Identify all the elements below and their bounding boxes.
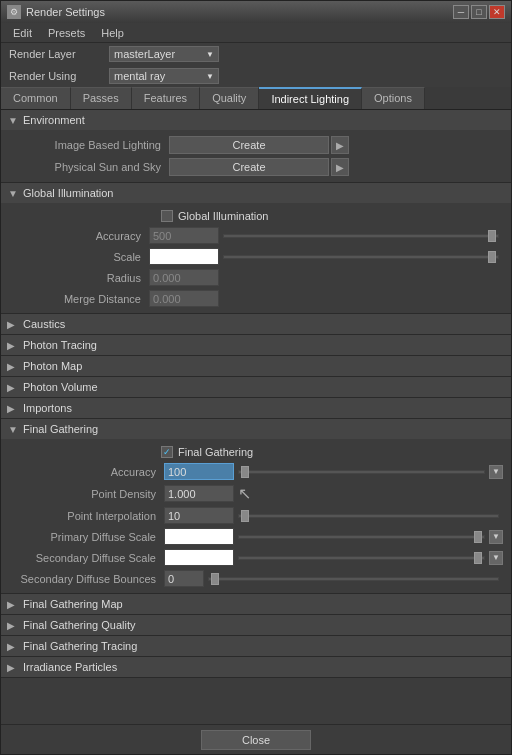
gi-radius-label: Radius (9, 272, 149, 284)
photon-map-label: Photon Map (23, 360, 82, 372)
fg-primary-diffuse-scale-slider[interactable] (238, 535, 485, 539)
gi-scale-slider[interactable] (223, 255, 499, 259)
slider-thumb[interactable] (211, 573, 219, 585)
environment-content: Image Based Lighting Create ▶ Physical S… (1, 130, 511, 182)
slider-thumb[interactable] (474, 552, 482, 564)
window-title: Render Settings (26, 6, 453, 18)
title-bar-buttons: ─ □ ✕ (453, 5, 505, 19)
gi-checkbox[interactable] (161, 210, 173, 222)
slider-thumb[interactable] (241, 510, 249, 522)
final-gathering-quality-label: Final Gathering Quality (23, 619, 136, 631)
scroll-area[interactable]: ▼ Environment Image Based Lighting Creat… (1, 110, 511, 724)
chevron-down-icon: ▼ (7, 187, 19, 199)
render-using-label: Render Using (9, 70, 109, 82)
fg-pds-end-icon[interactable]: ▼ (489, 530, 503, 544)
ibl-control: Create ▶ (169, 136, 503, 154)
fg-accuracy-label: Accuracy (9, 466, 164, 478)
fg-point-density-row: Point Density ↖ (1, 482, 511, 505)
final-gathering-map-section[interactable]: ▶ Final Gathering Map (1, 594, 511, 615)
gi-radius-input[interactable] (149, 269, 219, 286)
gi-merge-distance-control (149, 290, 503, 307)
chevron-right-icon: ▶ (7, 599, 19, 610)
tab-common[interactable]: Common (1, 87, 71, 109)
fg-accuracy-end-icon[interactable]: ▼ (489, 465, 503, 479)
pss-control: Create ▶ (169, 158, 503, 176)
fg-primary-diffuse-scale-label: Primary Diffuse Scale (9, 531, 164, 543)
fg-accuracy-slider[interactable] (238, 470, 485, 474)
tab-quality[interactable]: Quality (200, 87, 259, 109)
fg-secondary-diffuse-scale-input[interactable] (164, 549, 234, 566)
gi-checkbox-row: Global Illumination (1, 207, 511, 225)
fg-sds-end-icon[interactable]: ▼ (489, 551, 503, 565)
tab-indirect-lighting[interactable]: Indirect Lighting (259, 87, 362, 109)
tab-options[interactable]: Options (362, 87, 425, 109)
fg-secondary-diffuse-bounces-input[interactable] (164, 570, 204, 587)
fg-secondary-diffuse-scale-control: ▼ (164, 549, 503, 566)
slider-thumb[interactable] (474, 531, 482, 543)
tab-features[interactable]: Features (132, 87, 200, 109)
gi-accuracy-input[interactable] (149, 227, 219, 244)
gi-scale-input[interactable] (149, 248, 219, 265)
fg-secondary-diffuse-scale-slider[interactable] (238, 556, 485, 560)
render-layer-row: Render Layer masterLayer ▼ (1, 43, 511, 65)
title-bar: ⚙ Render Settings ─ □ ✕ (1, 1, 511, 23)
gi-radius-control (149, 269, 503, 286)
maximize-button[interactable]: □ (471, 5, 487, 19)
chevron-down-icon: ▼ (7, 114, 19, 126)
fg-secondary-diffuse-bounces-row: Secondary Diffuse Bounces (1, 568, 511, 589)
gi-content: Global Illumination Accuracy Scale (1, 203, 511, 313)
ibl-folder-icon[interactable]: ▶ (331, 136, 349, 154)
final-gathering-tracing-section[interactable]: ▶ Final Gathering Tracing (1, 636, 511, 657)
photon-volume-section[interactable]: ▶ Photon Volume (1, 377, 511, 398)
slider-thumb[interactable] (488, 230, 496, 242)
fg-label: Final Gathering (23, 423, 98, 435)
ibl-label: Image Based Lighting (9, 139, 169, 151)
caustics-label: Caustics (23, 318, 65, 330)
gi-header[interactable]: ▼ Global Illumination (1, 183, 511, 203)
render-layer-dropdown[interactable]: masterLayer ▼ (109, 46, 219, 62)
irradiance-particles-section[interactable]: ▶ Irradiance Particles (1, 657, 511, 678)
render-layer-label: Render Layer (9, 48, 109, 60)
fg-primary-diffuse-scale-input[interactable] (164, 528, 234, 545)
menu-help[interactable]: Help (93, 25, 132, 41)
fg-secondary-diffuse-bounces-label: Secondary Diffuse Bounces (9, 573, 164, 585)
menu-presets[interactable]: Presets (40, 25, 93, 41)
ibl-create-button[interactable]: Create (169, 136, 329, 154)
close-button[interactable]: Close (201, 730, 311, 750)
fg-checkbox[interactable]: ✓ (161, 446, 173, 458)
fg-point-density-input[interactable] (164, 485, 234, 502)
tab-passes[interactable]: Passes (71, 87, 132, 109)
pss-folder-icon[interactable]: ▶ (331, 158, 349, 176)
chevron-down-icon: ▼ (206, 50, 214, 59)
fg-point-interpolation-slider[interactable] (238, 514, 499, 518)
fg-accuracy-row: Accuracy ▼ (1, 461, 511, 482)
pss-label: Physical Sun and Sky (9, 161, 169, 173)
slider-thumb[interactable] (488, 251, 496, 263)
fg-secondary-diffuse-scale-label: Secondary Diffuse Scale (9, 552, 164, 564)
gi-merge-distance-input[interactable] (149, 290, 219, 307)
photon-tracing-section[interactable]: ▶ Photon Tracing (1, 335, 511, 356)
gi-scale-label: Scale (9, 251, 149, 263)
fg-accuracy-input[interactable] (164, 463, 234, 480)
fg-point-interpolation-label: Point Interpolation (9, 510, 164, 522)
fg-point-interpolation-input[interactable] (164, 507, 234, 524)
cursor-icon: ↖ (238, 484, 251, 503)
slider-thumb[interactable] (241, 466, 249, 478)
chevron-down-icon: ▼ (206, 72, 214, 81)
pss-create-button[interactable]: Create (169, 158, 329, 176)
fg-header[interactable]: ▼ Final Gathering (1, 419, 511, 439)
close-window-button[interactable]: ✕ (489, 5, 505, 19)
importons-section[interactable]: ▶ Importons (1, 398, 511, 419)
fg-primary-diffuse-scale-row: Primary Diffuse Scale ▼ (1, 526, 511, 547)
fg-checkbox-label: Final Gathering (178, 446, 253, 458)
final-gathering-quality-section[interactable]: ▶ Final Gathering Quality (1, 615, 511, 636)
gi-accuracy-slider[interactable] (223, 234, 499, 238)
render-using-dropdown[interactable]: mental ray ▼ (109, 68, 219, 84)
minimize-button[interactable]: ─ (453, 5, 469, 19)
environment-header[interactable]: ▼ Environment (1, 110, 511, 130)
gi-merge-distance-row: Merge Distance (1, 288, 511, 309)
photon-map-section[interactable]: ▶ Photon Map (1, 356, 511, 377)
menu-edit[interactable]: Edit (5, 25, 40, 41)
fg-secondary-diffuse-bounces-slider[interactable] (208, 577, 499, 581)
caustics-section[interactable]: ▶ Caustics (1, 314, 511, 335)
